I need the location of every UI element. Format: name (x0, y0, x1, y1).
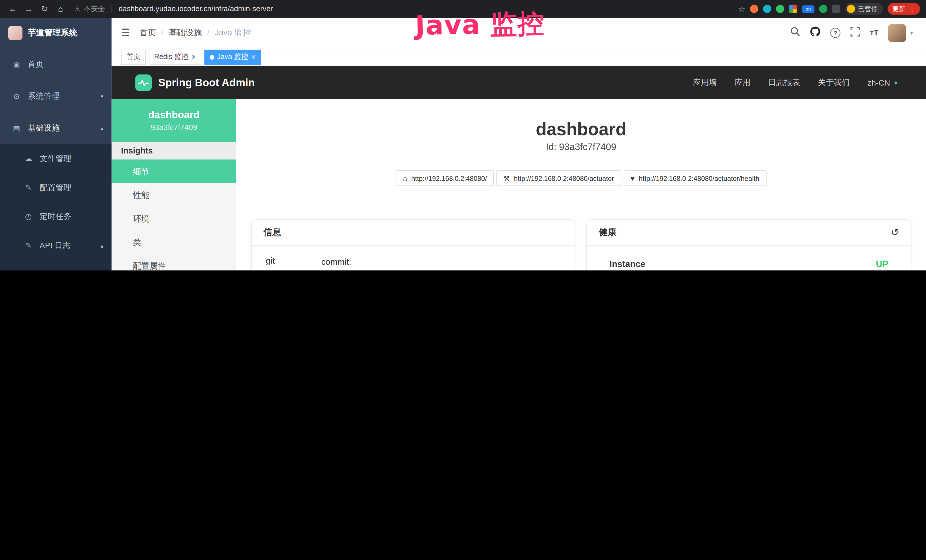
reload-icon[interactable]: ↻ (38, 4, 51, 14)
extension-icon-teal[interactable] (763, 5, 771, 13)
infrastructure-icon: ▤ (12, 124, 21, 133)
health-instance-row[interactable]: Instance UP (610, 259, 888, 271)
actuator-url-button[interactable]: ⚒ http://192.168.0.2:48080/actuator (496, 170, 621, 186)
sidebar-item-system-management[interactable]: ⚙ 系统管理 ▾ (0, 80, 112, 112)
extensions-puzzle-icon[interactable] (832, 5, 840, 13)
sba-item-config-props[interactable]: 配置属性 (112, 254, 236, 271)
sba-item-metrics[interactable]: 性能 (112, 183, 236, 207)
fullscreen-icon[interactable] (850, 27, 860, 38)
help-icon[interactable]: ? (831, 28, 840, 38)
app-title: 芋道管理系统 (28, 28, 77, 38)
url-text: dashboard.yudao.iocoder.cn/infra/admin-s… (119, 5, 273, 13)
health-url: http://192.168.0.2:48080/actuator/health (639, 175, 759, 182)
sidebar-item-label: 配置管理 (39, 182, 71, 193)
extension-icon-green[interactable] (776, 5, 784, 13)
extension-icon-on-badge[interactable]: on (802, 5, 814, 13)
log-icon: ✎ (24, 241, 33, 250)
log-icon: ✎ (33, 270, 42, 271)
breadcrumb: 首页 / 基础设施 / Java 监控 (139, 27, 251, 38)
sidebar-item-api-logs[interactable]: ✎ API 日志 ▴ (0, 231, 112, 260)
gear-icon: ⚙ (12, 92, 21, 101)
breadcrumb-current: Java 监控 (215, 27, 251, 38)
close-icon[interactable]: × (191, 53, 196, 61)
sba-item-classes[interactable]: 类 (112, 230, 236, 254)
sba-nav-applications[interactable]: 应用 (735, 77, 750, 88)
extension-icon-grid[interactable] (789, 5, 797, 13)
chevron-up-icon: ▴ (101, 242, 103, 248)
breadcrumb-separator: / (207, 28, 210, 37)
actuator-url: http://192.168.0.2:48080/actuator (514, 175, 614, 182)
sba-item-details[interactable]: 细节 (112, 159, 236, 183)
instance-id: 93a3fc7f7409 (151, 123, 197, 132)
sidebar-item-file-management[interactable]: ☁ 文件管理 (0, 144, 112, 173)
sba-nav-wallboard[interactable]: 应用墙 (693, 77, 717, 88)
breadcrumb-home[interactable]: 首页 (139, 27, 156, 38)
edit-icon: ✎ (24, 183, 33, 192)
user-avatar[interactable] (888, 24, 906, 42)
sidebar-item-label: 定时任务 (39, 211, 71, 222)
app-logo-row[interactable]: 芋道管理系统 (0, 18, 112, 48)
tab-java-monitor[interactable]: Java 监控 × (204, 49, 261, 65)
breadcrumb-infrastructure[interactable]: 基础设施 (169, 27, 202, 38)
sba-item-environment[interactable]: 环境 (112, 207, 236, 230)
avatar-caret-icon: ▾ (910, 30, 913, 36)
search-icon[interactable] (790, 27, 800, 39)
profile-avatar-icon (847, 5, 855, 13)
browser-update-button[interactable]: 更新 ⋮ (888, 3, 920, 15)
sba-brand[interactable]: Spring Boot Admin (135, 74, 255, 91)
profile-paused-badge[interactable]: 已暂停 (845, 3, 883, 15)
clock-icon: ◴ (24, 212, 33, 221)
health-card-title: 健康 (599, 227, 617, 238)
address-divider (112, 5, 112, 13)
back-icon[interactable]: ← (6, 4, 20, 14)
history-icon[interactable]: ↺ (891, 227, 899, 238)
home-icon: ⌂ (403, 174, 407, 182)
sba-nav-about[interactable]: 关于我们 (818, 77, 850, 88)
font-size-icon[interactable]: тT (870, 28, 879, 37)
instance-title: dashboard (236, 119, 926, 139)
paused-label: 已暂停 (858, 5, 878, 14)
sba-nav-journal[interactable]: 日志报表 (768, 77, 800, 88)
browser-home-icon[interactable]: ⌂ (54, 4, 67, 14)
active-dot-icon (209, 55, 214, 60)
instance-url-button[interactable]: ⌂ http://192.168.0.2:48080/ (396, 170, 494, 186)
sidebar-item-access-logs[interactable]: ✎ 访问日志 (0, 260, 112, 271)
browser-menu-icon[interactable]: ⋮ (909, 5, 915, 13)
tab-label: Java 监控 (217, 52, 248, 62)
sba-instance-header[interactable]: dashboard 93a3fc7f7409 (112, 99, 236, 142)
chevron-up-icon: ▴ (101, 125, 103, 131)
instance-links: ⌂ http://192.168.0.2:48080/ ⚒ http://192… (236, 170, 926, 186)
github-icon[interactable] (810, 27, 820, 39)
close-icon[interactable]: × (251, 53, 256, 61)
browser-toolbar-right: ☆ on 已暂停 更新 ⋮ (738, 3, 920, 15)
sba-navbar: Spring Boot Admin 应用墙 应用 日志报表 关于我们 zh-CN… (112, 66, 926, 99)
sba-locale-select[interactable]: zh-CN ▼ (867, 78, 899, 87)
sidebar-item-infrastructure[interactable]: ▤ 基础设施 ▴ (0, 112, 112, 144)
extension-icon-leaf[interactable] (819, 5, 827, 13)
browser-chrome: ← → ↻ ⌂ ⚠ 不安全 dashboard.yudao.iocoder.cn… (0, 0, 926, 18)
not-secure-warning-icon: ⚠ (74, 5, 80, 13)
tab-redis-monitor[interactable]: Redis 监控 × (149, 49, 201, 65)
security-label: 不安全 (84, 4, 105, 14)
tags-view-bar: 首页 Redis 监控 × Java 监控 × (112, 48, 926, 66)
sidebar-item-scheduled-jobs[interactable]: ◴ 定时任务 (0, 202, 112, 231)
forward-icon[interactable]: → (22, 4, 36, 14)
status-badge: UP (876, 259, 888, 269)
sidebar-item-config-management[interactable]: ✎ 配置管理 (0, 173, 112, 202)
sba-locale-label: zh-CN (867, 78, 890, 87)
instance-name: dashboard (148, 109, 200, 121)
health-url-button[interactable]: ♥ http://192.168.0.2:48080/actuator/heal… (623, 170, 766, 186)
bookmark-star-icon[interactable]: ☆ (738, 5, 745, 14)
hamburger-icon[interactable]: ☰ (121, 27, 130, 39)
chevron-down-icon: ▾ (101, 93, 103, 99)
update-label: 更新 (892, 5, 905, 14)
sidebar-item-label: 系统管理 (28, 91, 60, 101)
sidebar-item-home[interactable]: ◉ 首页 (0, 48, 112, 80)
sidebar-item-label: 文件管理 (39, 153, 71, 164)
extension-icon-orange[interactable] (750, 5, 758, 13)
address-bar[interactable]: ⚠ 不安全 dashboard.yudao.iocoder.cn/infra/a… (74, 4, 736, 14)
health-row-label: Instance (610, 259, 645, 269)
cloud-icon: ☁ (24, 154, 33, 163)
instance-url: http://192.168.0.2:48080/ (411, 175, 487, 182)
tab-home[interactable]: 首页 (121, 49, 146, 65)
